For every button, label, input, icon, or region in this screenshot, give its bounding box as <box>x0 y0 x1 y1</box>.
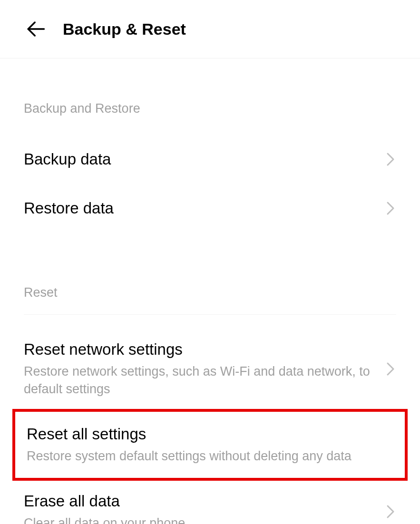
chevron-right-icon <box>385 199 396 217</box>
setting-item-restore-data[interactable]: Restore data <box>24 184 396 233</box>
back-button[interactable] <box>24 17 48 41</box>
setting-item-text: Reset network settings Restore network s… <box>24 340 385 398</box>
setting-subtitle: Restore network settings, such as Wi-Fi … <box>24 363 375 399</box>
setting-item-text: Erase all data Clear all data on your ph… <box>24 491 385 524</box>
page-header: Backup & Reset <box>0 0 420 58</box>
setting-title: Backup data <box>24 149 375 170</box>
setting-item-text: Backup data <box>24 149 385 170</box>
setting-item-text: Reset all settings Restore system defaul… <box>27 424 393 466</box>
chevron-right-icon <box>385 503 396 521</box>
setting-title: Erase all data <box>24 491 375 512</box>
setting-subtitle: Clear all data on your phone <box>24 514 375 524</box>
setting-title: Reset all settings <box>27 424 384 445</box>
section-header-reset: Reset <box>24 233 396 315</box>
setting-title: Reset network settings <box>24 340 375 360</box>
setting-item-erase-all[interactable]: Erase all data Clear all data on your ph… <box>24 481 396 524</box>
chevron-right-icon <box>385 150 396 168</box>
section-header-backup: Backup and Restore <box>24 58 396 135</box>
settings-content: Backup and Restore Backup data Restore d… <box>0 58 420 524</box>
setting-item-text: Restore data <box>24 198 385 219</box>
chevron-right-icon <box>385 360 396 378</box>
setting-subtitle: Restore system default settings without … <box>27 447 384 466</box>
setting-item-backup-data[interactable]: Backup data <box>24 135 396 184</box>
setting-title: Restore data <box>24 198 375 219</box>
setting-item-reset-network[interactable]: Reset network settings Restore network s… <box>24 329 396 409</box>
setting-item-reset-all-highlighted[interactable]: Reset all settings Restore system defaul… <box>12 409 408 481</box>
page-title: Backup & Reset <box>63 20 186 39</box>
back-arrow-icon <box>26 19 46 39</box>
reset-section: Reset network settings Restore network s… <box>24 329 396 524</box>
